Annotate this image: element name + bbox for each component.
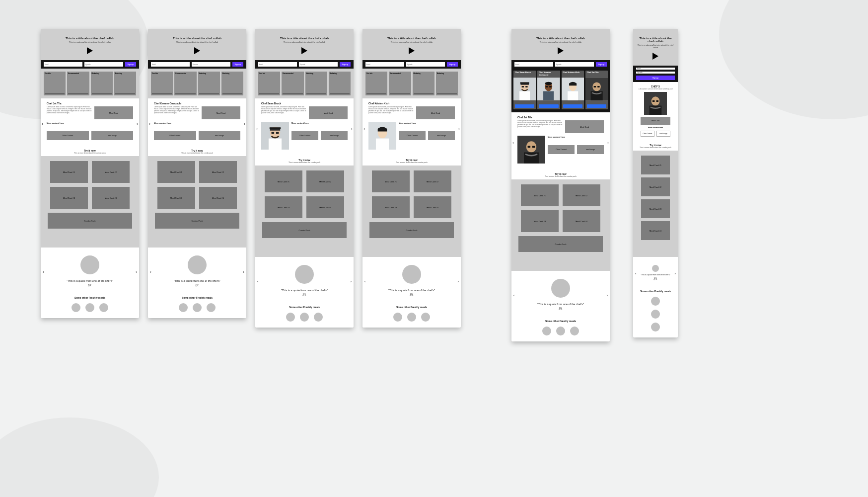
chevron-right-icon[interactable]: › [351, 127, 353, 131]
email-field[interactable] [151, 62, 190, 67]
meal-card[interactable]: Meal Card #4 [414, 196, 451, 218]
meal-card[interactable]: Meal Card #3 [50, 187, 88, 209]
meal-dot[interactable] [407, 313, 416, 322]
meal-card[interactable]: Meal Card #2 [641, 177, 670, 196]
other-content[interactable]: Other Content [47, 131, 89, 140]
chevron-left-icon[interactable]: ‹ [256, 127, 258, 131]
meal-card[interactable]: Meal Card #1 [50, 161, 88, 183]
meal-dot[interactable] [286, 313, 295, 322]
chef-thumb[interactable]: Recommended [67, 72, 89, 95]
combo-pack[interactable]: Combo Pack [48, 213, 132, 229]
meal-dot[interactable] [99, 303, 108, 312]
meal-card[interactable]: Meal Card [565, 120, 604, 133]
chef-card-cta[interactable] [563, 104, 582, 108]
meal-card[interactable]: Meal Card #2 [199, 161, 237, 183]
signup-button[interactable]: Signup [636, 76, 675, 80]
chevron-left-icon[interactable]: ‹ [363, 127, 365, 131]
meal-card[interactable]: Meal Card #3 [157, 187, 195, 209]
email-field[interactable] [44, 62, 82, 67]
chef-thumb[interactable]: Marketing [221, 72, 243, 95]
chevron-left-icon[interactable]: ‹ [257, 279, 259, 284]
meal-dot[interactable] [207, 303, 216, 312]
chevron-left-icon[interactable]: ‹ [512, 141, 514, 145]
meal-card[interactable]: Meal Card [94, 106, 133, 119]
meal-card[interactable]: Meal Card #2 [414, 170, 451, 192]
other-content[interactable]: Other Content [154, 131, 196, 140]
chevron-right-icon[interactable]: › [136, 270, 137, 274]
zipcode-field[interactable] [406, 62, 445, 67]
other-content[interactable]: Other Content [399, 131, 426, 140]
meal-card[interactable]: Meal Card [641, 117, 670, 125]
chef-thumb[interactable]: One Info [258, 72, 280, 95]
email-field[interactable] [514, 62, 553, 67]
meal-card[interactable]: Meal Card [202, 106, 240, 119]
meal-card[interactable]: Meal Card #4 [641, 221, 670, 240]
chevron-left-icon[interactable]: ‹ [42, 122, 43, 126]
chef-thumb[interactable]: Marketing [413, 72, 434, 95]
signup-button[interactable]: Signup [596, 62, 607, 67]
meal-card[interactable]: Meal Card [309, 106, 348, 119]
chevron-right-icon[interactable]: › [243, 270, 244, 274]
chef-thumb[interactable]: Marketing [114, 72, 136, 95]
play-icon[interactable] [194, 47, 200, 54]
chevron-right-icon[interactable]: › [458, 127, 460, 131]
chef-card[interactable]: Chef Sean Brock [513, 71, 536, 109]
meal-dot[interactable] [556, 327, 565, 335]
chef-thumb[interactable]: One Info [44, 72, 66, 95]
meal-card[interactable]: Meal Card #4 [306, 196, 344, 218]
meal-dot[interactable] [421, 313, 430, 322]
chevron-left-icon[interactable]: ‹ [149, 122, 150, 126]
meal-card[interactable]: Meal Card #2 [563, 184, 600, 206]
chef-thumb[interactable]: Recommended [282, 72, 303, 95]
chef-thumb[interactable]: Marketing [198, 72, 220, 95]
meal-dot[interactable] [179, 303, 188, 312]
meal-image[interactable]: meal image [428, 131, 455, 140]
meal-dot[interactable] [314, 313, 323, 322]
chevron-right-icon[interactable]: › [244, 122, 245, 126]
chevron-left-icon[interactable]: ‹ [364, 279, 366, 284]
chevron-left-icon[interactable]: ‹ [513, 293, 515, 298]
signup-button[interactable]: Signup [125, 62, 136, 67]
zipcode-field[interactable] [555, 62, 594, 67]
chef-card-cta[interactable] [515, 104, 534, 108]
meal-card[interactable]: Meal Card #3 [521, 210, 559, 232]
chef-card[interactable]: Chef Jet Tila [585, 71, 608, 109]
meal-image[interactable]: meal image [656, 131, 670, 137]
chevron-right-icon[interactable]: › [674, 271, 676, 276]
meal-image[interactable]: meal image [321, 131, 348, 140]
meal-card[interactable]: Meal Card #1 [372, 170, 410, 192]
combo-pack[interactable]: Combo Pack [518, 236, 603, 252]
combo-pack[interactable]: Combo Pack [262, 222, 347, 238]
chef-thumb[interactable]: Marketing [91, 72, 113, 95]
meal-dot[interactable] [300, 313, 309, 322]
chef-thumb[interactable]: One Info [365, 72, 387, 95]
chef-thumb[interactable]: One Info [151, 72, 173, 95]
email-field[interactable] [636, 68, 675, 70]
other-content[interactable]: Other Content [291, 131, 318, 140]
meal-card[interactable]: Meal Card #1 [157, 161, 195, 183]
meal-card[interactable]: Meal Card #4 [563, 210, 600, 232]
meal-card[interactable]: Meal Card #2 [92, 161, 130, 183]
chef-thumb[interactable]: Marketing [329, 72, 351, 95]
meal-card[interactable]: Meal Card #3 [265, 196, 302, 218]
meal-image[interactable]: meal image [199, 131, 241, 140]
chef-card-cta[interactable] [539, 104, 558, 108]
play-icon[interactable] [652, 53, 658, 60]
signup-button[interactable]: Signup [232, 62, 243, 67]
chef-thumb[interactable]: Marketing [305, 72, 327, 95]
chevron-left-icon[interactable]: ‹ [43, 270, 44, 274]
meal-dot[interactable] [570, 327, 579, 335]
zipcode-field[interactable] [84, 62, 123, 67]
meal-dot[interactable] [542, 327, 551, 335]
signup-button[interactable]: Signup [447, 62, 458, 67]
chevron-right-icon[interactable]: › [607, 141, 609, 145]
meal-card[interactable]: Meal Card #1 [265, 170, 302, 192]
chef-card[interactable]: Chef Kristen Kish [562, 71, 584, 109]
chevron-right-icon[interactable]: › [457, 279, 459, 284]
meal-card[interactable]: Meal Card #4 [92, 187, 130, 209]
combo-pack[interactable]: Combo Pack [155, 213, 239, 229]
chef-card-cta[interactable] [587, 104, 606, 108]
meal-card[interactable]: Meal Card #3 [641, 199, 670, 218]
chevron-right-icon[interactable]: › [606, 293, 608, 298]
meal-dot[interactable] [85, 303, 94, 312]
